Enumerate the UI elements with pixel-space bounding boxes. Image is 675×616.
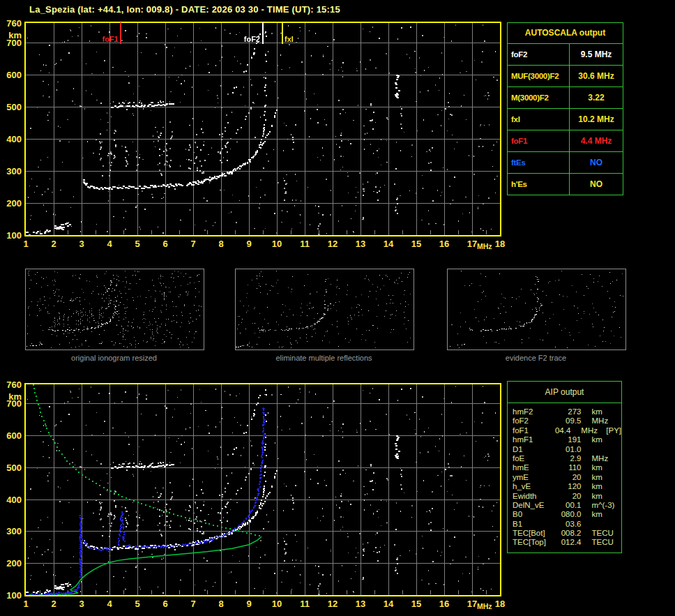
y-tick-label: 200 bbox=[1, 198, 22, 209]
table-row: hmF2273km bbox=[513, 407, 621, 416]
x-tick-label: 18 bbox=[492, 239, 508, 249]
parameter-unit: MHz bbox=[582, 454, 622, 463]
ionogram-bottom-canvas bbox=[24, 383, 501, 596]
y-tick-label: 500 bbox=[1, 102, 22, 112]
parameter-label: ymE bbox=[513, 473, 553, 482]
parameter-label: TEC[Bot] bbox=[513, 529, 553, 538]
x-axis-unit-label: MHz bbox=[477, 242, 492, 250]
parameter-unit: km bbox=[582, 492, 622, 501]
parameter-unit: km bbox=[582, 407, 622, 416]
parameter-unit: TECU bbox=[582, 538, 622, 547]
y-tick-label: 100 bbox=[1, 230, 22, 241]
parameter-label: h_vE bbox=[513, 482, 553, 491]
parameter-value: 09.5 bbox=[553, 416, 582, 426]
parameter-unit bbox=[582, 520, 622, 529]
autoscala-table-body: foF29.5 MHzMUF(3000)F230.6 MHzM(3000)F23… bbox=[508, 44, 623, 195]
table-row: foF14.4 MHz bbox=[508, 130, 623, 152]
x-tick-label: 3 bbox=[73, 239, 90, 249]
table-row: TEC[Top]012.4TECU bbox=[513, 538, 621, 547]
table-row: B0080.0km bbox=[513, 510, 621, 519]
parameter-label: foF2 bbox=[513, 416, 553, 426]
y-tick-label: 300 bbox=[1, 526, 22, 536]
thumbnail-caption-evidence: evidence F2 trace bbox=[447, 354, 625, 362]
parameter-value: NO bbox=[570, 152, 623, 173]
marker-label-fxi: fxI bbox=[285, 35, 305, 43]
marker-label-fof2: foF2 bbox=[235, 35, 260, 43]
parameter-label: hmE bbox=[513, 463, 553, 472]
parameter-unit: km bbox=[582, 482, 622, 491]
autoscala-app-screen: La_Spezia (lat: +44.1, lon: 009.8) - DAT… bbox=[0, 0, 675, 616]
parameter-value: 01.0 bbox=[553, 445, 582, 454]
parameter-label: B0 bbox=[513, 510, 553, 519]
table-row: Ewidth20km bbox=[513, 492, 621, 501]
table-row: ftEsNO bbox=[508, 152, 623, 174]
parameter-value: 30.6 MHz bbox=[570, 66, 623, 87]
parameter-label: MUF(3000)F2 bbox=[508, 66, 570, 87]
x-tick-label: 2 bbox=[45, 239, 62, 249]
x-tick-label: 16 bbox=[436, 599, 453, 609]
x-tick-label: 11 bbox=[296, 239, 313, 249]
parameter-value: 273 bbox=[553, 407, 582, 416]
y-tick-label: 500 bbox=[1, 463, 22, 473]
table-row: TEC[Bot]008.2TECU bbox=[513, 529, 621, 538]
parameter-value: 2.9 bbox=[553, 454, 582, 463]
parameter-value: 008.2 bbox=[553, 529, 582, 538]
parameter-unit: MHz bbox=[582, 416, 622, 426]
x-tick-label: 10 bbox=[268, 239, 285, 249]
y-tick-label: 760 bbox=[1, 18, 22, 29]
y-axis-unit-label: km bbox=[1, 391, 22, 402]
x-tick-label: 7 bbox=[185, 599, 202, 609]
parameter-value: 110 bbox=[553, 463, 582, 472]
x-tick-label: 13 bbox=[352, 239, 369, 249]
parameter-label: TEC[Top] bbox=[513, 538, 553, 547]
y-tick-label: 600 bbox=[1, 70, 22, 80]
aip-output-table: AIP output hmF2273kmfoF209.5MHzfoF104.4M… bbox=[507, 381, 622, 553]
parameter-unit bbox=[582, 445, 622, 454]
x-tick-label: 6 bbox=[157, 599, 174, 609]
x-tick-label: 2 bbox=[45, 599, 62, 609]
parameter-value: 03.6 bbox=[553, 520, 582, 529]
thumbnail-original-ionogram bbox=[25, 269, 204, 350]
parameter-value: 20 bbox=[553, 473, 582, 482]
x-tick-label: 5 bbox=[129, 599, 146, 609]
x-tick-label: 14 bbox=[380, 599, 397, 609]
ionogram-top-canvas bbox=[24, 22, 501, 236]
thumbnail-evidence-f2-trace bbox=[447, 269, 626, 350]
y-tick-label: 760 bbox=[1, 380, 22, 390]
x-tick-label: 9 bbox=[241, 599, 257, 609]
table-row: foF209.5MHz bbox=[513, 416, 621, 426]
x-tick-label: 16 bbox=[436, 239, 453, 249]
parameter-label: B1 bbox=[513, 520, 553, 529]
x-tick-label: 9 bbox=[241, 239, 257, 249]
parameter-label: M(3000)F2 bbox=[508, 87, 570, 108]
table-row: hmE110km bbox=[513, 463, 621, 472]
x-tick-label: 13 bbox=[352, 599, 369, 609]
parameter-label: DelN_vE bbox=[513, 501, 553, 510]
y-tick-label: 200 bbox=[1, 558, 22, 569]
parameter-label: hmF1 bbox=[513, 435, 553, 444]
x-tick-label: 6 bbox=[157, 239, 174, 249]
x-tick-label: 8 bbox=[213, 599, 229, 609]
table-row: M(3000)F23.22 bbox=[508, 87, 623, 109]
y-axis-unit-label: km bbox=[1, 30, 22, 40]
parameter-value: 012.4 bbox=[553, 538, 582, 547]
x-tick-label: 10 bbox=[268, 599, 285, 609]
parameter-unit: MHz bbox=[570, 426, 606, 435]
parameter-label: foF1 bbox=[513, 426, 547, 435]
parameter-unit: km bbox=[582, 473, 622, 482]
x-tick-label: 4 bbox=[101, 599, 118, 609]
thumbnail-caption-eliminate: eliminate multiple reflections bbox=[235, 354, 413, 362]
parameter-unit: TECU bbox=[582, 529, 622, 538]
x-tick-label: 12 bbox=[324, 239, 341, 249]
x-tick-label: 18 bbox=[492, 599, 508, 609]
table-row: ymE20km bbox=[513, 473, 621, 482]
parameter-value: 04.4 bbox=[547, 426, 570, 435]
x-tick-label: 8 bbox=[213, 239, 229, 249]
x-tick-label: 14 bbox=[380, 239, 397, 249]
parameter-value: 10.2 MHz bbox=[570, 109, 623, 130]
parameter-value: 3.22 bbox=[570, 87, 623, 108]
parameter-value: 080.0 bbox=[553, 510, 582, 519]
x-tick-label: 15 bbox=[408, 239, 425, 249]
parameter-label: ftEs bbox=[508, 152, 570, 173]
table-row: MUF(3000)F230.6 MHz bbox=[508, 66, 623, 87]
